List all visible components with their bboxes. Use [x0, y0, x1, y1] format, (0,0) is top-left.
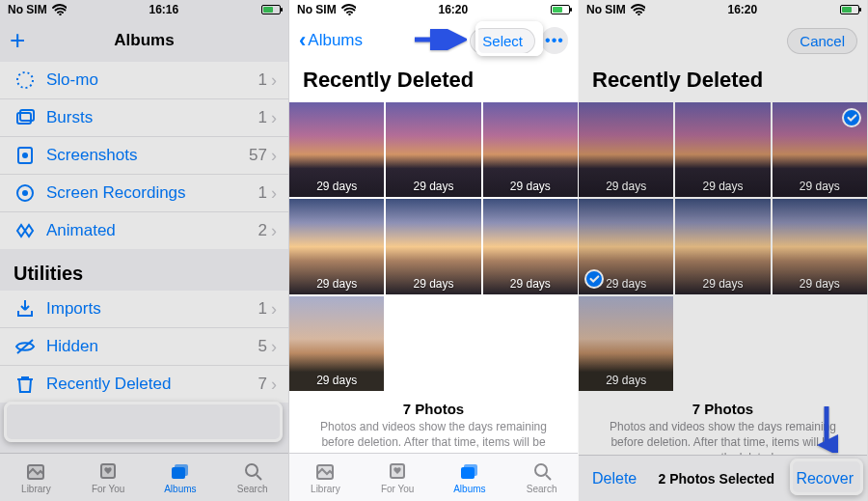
select-button[interactable]: Select — [470, 28, 535, 54]
tab-albums[interactable]: Albums — [434, 454, 506, 501]
row-label: Screenshots — [39, 146, 249, 165]
page-title: Recently Deleted — [579, 62, 867, 102]
row-count: 2 — [258, 221, 267, 240]
back-albums-button[interactable]: ‹Albums — [299, 28, 363, 53]
list-row-hidden[interactable]: Hidden5› — [0, 327, 288, 365]
carrier-text: No SIM — [586, 3, 626, 16]
wifi-icon — [340, 2, 356, 18]
chevron-right-icon: › — [271, 146, 277, 166]
photo-thumbnail[interactable]: 29 days — [773, 102, 867, 197]
albums-icon — [169, 460, 192, 482]
list-row-bursts[interactable]: Bursts1› — [0, 98, 288, 136]
nav-title: Albums — [0, 31, 288, 50]
chevron-right-icon: › — [271, 221, 277, 241]
row-label: Imports — [39, 299, 258, 319]
days-remaining: 29 days — [675, 277, 770, 291]
cancel-button[interactable]: Cancel — [787, 28, 857, 54]
photo-thumbnail[interactable]: 29 days — [289, 102, 384, 197]
add-album-button[interactable]: + — [10, 27, 25, 54]
photo-thumbnail[interactable]: 29 days — [675, 199, 770, 293]
wifi-icon — [630, 2, 645, 18]
days-remaining: 29 days — [579, 374, 673, 387]
photo-grid: 29 days29 days29 days29 days29 days29 da… — [289, 102, 578, 391]
photo-thumbnail[interactable]: 29 days — [675, 102, 770, 197]
hidden-icon — [12, 335, 39, 358]
search-icon — [530, 460, 554, 482]
tab-library[interactable]: Library — [0, 454, 72, 501]
photo-thumbnail[interactable]: 29 days — [483, 102, 578, 197]
nav-bar: ‹Albums Select ••• — [289, 19, 578, 62]
tab-search[interactable]: Search — [216, 454, 288, 501]
photo-thumbnail[interactable]: 29 days — [386, 102, 480, 197]
days-remaining: 29 days — [773, 180, 867, 193]
photo-thumbnail[interactable]: 29 days — [289, 199, 384, 293]
row-count: 57 — [249, 146, 267, 165]
list-row-record[interactable]: Screen Recordings1› — [0, 174, 288, 211]
photo-thumbnail[interactable]: 29 days — [289, 296, 384, 391]
delete-button[interactable]: Delete — [592, 470, 637, 487]
page-title: Recently Deleted — [289, 62, 578, 102]
row-label: Hidden — [39, 337, 258, 356]
list-row-imports[interactable]: Imports1› — [0, 291, 288, 327]
row-count: 1 — [258, 70, 267, 90]
photo-grid: 29 days29 days29 days29 days29 days29 da… — [579, 102, 867, 391]
clock: 16:20 — [727, 3, 757, 16]
record-icon — [12, 181, 39, 205]
photo-count: 7 Photos — [600, 401, 846, 417]
days-remaining: 29 days — [289, 374, 384, 387]
days-remaining: 29 days — [483, 180, 578, 193]
selection-toolbar: Delete 2 Photos Selected Recover — [579, 455, 867, 501]
battery-icon — [551, 5, 570, 14]
chevron-right-icon: › — [271, 375, 277, 395]
carrier-text: No SIM — [8, 3, 47, 16]
list-row-animated[interactable]: Animated2› — [0, 211, 288, 249]
info-block: 7 Photos Photos and videos show the days… — [289, 391, 578, 453]
row-label: Screen Recordings — [39, 183, 258, 203]
days-remaining: 29 days — [483, 277, 578, 291]
photo-thumbnail[interactable]: 29 days — [483, 199, 578, 293]
library-icon — [313, 460, 337, 482]
days-remaining: 29 days — [675, 180, 770, 193]
days-remaining: 29 days — [289, 277, 384, 291]
list-row-screens[interactable]: Screenshots57› — [0, 136, 288, 174]
chevron-right-icon: › — [271, 299, 277, 320]
selected-checkmark-icon — [842, 108, 861, 127]
list-row-trash[interactable]: Recently Deleted7› — [0, 365, 288, 403]
clock: 16:16 — [149, 3, 178, 16]
row-count: 5 — [258, 337, 267, 356]
recover-button[interactable]: Recover — [796, 470, 854, 487]
screen-recently-deleted: No SIM 16:20 ‹Albums Select ••• Recently… — [289, 0, 579, 501]
tab-for-you[interactable]: For You — [72, 454, 145, 501]
photo-thumbnail[interactable]: 29 days — [773, 199, 867, 293]
tab-search[interactable]: Search — [505, 454, 578, 501]
nav-bar: + Albums — [0, 19, 288, 62]
media-types-list: Slo-mo1›Bursts1›Screenshots57›Screen Rec… — [0, 62, 288, 249]
photo-thumbnail[interactable]: 29 days — [579, 102, 673, 197]
status-bar: No SIM 16:20 — [579, 0, 867, 19]
days-remaining: 29 days — [773, 277, 867, 291]
days-remaining: 29 days — [386, 180, 480, 193]
tab-library[interactable]: Library — [289, 454, 362, 501]
screen-recently-deleted-selecting: No SIM 16:20 Cancel Recently Deleted 29 … — [579, 0, 868, 501]
photo-thumbnail[interactable]: 29 days — [386, 199, 480, 293]
photo-count: 7 Photos — [311, 401, 556, 417]
more-button[interactable]: ••• — [541, 27, 568, 54]
photo-thumbnail[interactable]: 29 days — [579, 296, 673, 391]
list-row-slomo[interactable]: Slo-mo1› — [0, 62, 288, 98]
row-count: 1 — [258, 183, 267, 203]
tab-albums[interactable]: Albums — [145, 454, 217, 501]
status-bar: No SIM 16:16 — [0, 0, 288, 19]
search-icon — [241, 460, 264, 482]
row-label: Bursts — [39, 108, 258, 127]
utilities-list: Imports1›Hidden5›Recently Deleted7› — [0, 291, 288, 403]
photo-thumbnail[interactable]: 29 days — [579, 199, 673, 293]
utilities-header: Utilities — [0, 249, 288, 291]
library-icon — [24, 460, 47, 482]
row-label: Slo-mo — [39, 70, 258, 90]
animated-icon — [12, 219, 39, 242]
status-bar: No SIM 16:20 — [289, 0, 578, 19]
chevron-right-icon: › — [271, 108, 277, 128]
clock: 16:20 — [438, 3, 468, 16]
tab-for-you[interactable]: For You — [362, 454, 434, 501]
row-count: 1 — [258, 108, 267, 127]
